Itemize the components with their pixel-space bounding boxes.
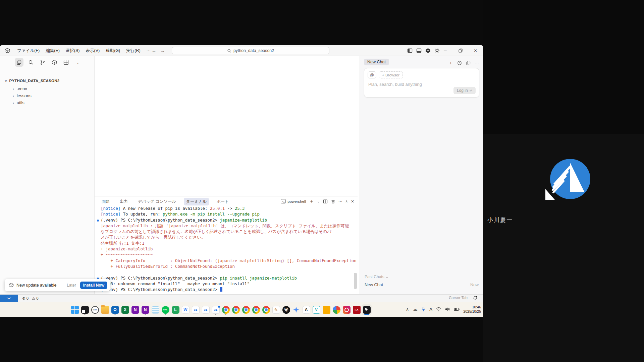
menu-view[interactable]: 表示(V): [83, 48, 103, 54]
browser-context-chip[interactable]: + Browser: [379, 71, 403, 78]
editor-area[interactable]: [95, 56, 358, 196]
taskbar-app-google-calendar-2-icon[interactable]: 31: [201, 304, 211, 315]
terminal-line: + CategoryInfo : ObjectNotFound: (japani…: [95, 258, 358, 264]
taskbar-app-chatgpt-icon[interactable]: ✳: [281, 304, 291, 315]
kill-terminal-trash-icon[interactable]: [331, 199, 335, 204]
chat-history-icon[interactable]: [457, 61, 462, 65]
wifi-icon[interactable]: [436, 307, 441, 311]
taskbar-app-chrome-2-icon[interactable]: [231, 304, 241, 315]
close-button[interactable]: ✕: [468, 45, 483, 56]
battery-icon[interactable]: [454, 307, 460, 311]
panel-more-actions-icon[interactable]: ⋯: [338, 199, 342, 204]
minimize-button[interactable]: ─: [438, 45, 453, 56]
windows-start-glyph: [71, 306, 79, 314]
taskbar-app-chrome-5-icon[interactable]: [261, 304, 271, 315]
nav-forward-icon[interactable]: →: [160, 48, 165, 53]
update-later-button[interactable]: Later: [67, 283, 76, 288]
maximize-panel-icon[interactable]: ∧: [345, 199, 348, 203]
terminal-dropdown-icon[interactable]: ⌄: [317, 199, 320, 203]
tree-item-lessons[interactable]: › lessons: [13, 93, 32, 98]
layout-grid-view-button[interactable]: [62, 58, 70, 67]
install-now-button[interactable]: Install Now: [80, 282, 107, 289]
extensions-view-button[interactable]: [50, 58, 59, 67]
chat-tab[interactable]: New Chat: [364, 59, 389, 65]
menu-file[interactable]: ファイル(F): [14, 48, 43, 54]
taskbar-app-instagram-icon[interactable]: [341, 304, 352, 315]
taskbar-app-cursor-icon[interactable]: [362, 304, 372, 315]
tab-debug-console[interactable]: デバッグ コンソール: [136, 198, 178, 205]
close-panel-icon[interactable]: ✕: [351, 199, 354, 204]
tray-hidden-icons-chevron[interactable]: ∧: [406, 307, 409, 312]
source-control-view-button[interactable]: [38, 58, 47, 67]
taskbar-app-dark-app-icon[interactable]: [80, 304, 90, 315]
explorer-view-button[interactable]: [15, 58, 23, 67]
nav-back-icon[interactable]: ←: [152, 48, 156, 53]
terminal-scrollbar-thumb[interactable]: [354, 273, 357, 289]
shell-selector[interactable]: >_ powershell: [281, 199, 306, 203]
taskbar-app-fx-app-icon[interactable]: FX: [352, 304, 362, 315]
new-chat-plus-icon[interactable]: ＋: [448, 60, 453, 66]
terminal-text: + CategoryInfo : ObjectNotFound: (japani…: [101, 258, 357, 263]
taskbar-app-google-calendar-3-icon[interactable]: 31: [211, 304, 221, 315]
taskbar-app-dell-icon[interactable]: DELL: [90, 304, 100, 315]
toggle-primary-sidebar-icon[interactable]: [407, 48, 413, 53]
search-view-button[interactable]: [26, 58, 35, 67]
new-terminal-button[interactable]: ＋: [309, 198, 314, 204]
notifications-bell-icon[interactable]: [473, 296, 478, 301]
past-chat-item[interactable]: New Chat Now: [365, 283, 479, 287]
onedrive-cloud-icon[interactable]: ☁: [413, 306, 418, 312]
taskbar-app-excel-icon[interactable]: X: [120, 304, 130, 315]
mention-context-button[interactable]: @: [368, 71, 376, 78]
menu-run[interactable]: 実行(R): [123, 48, 143, 54]
taskbar-app-gemini-icon[interactable]: [291, 304, 301, 315]
tab-ports[interactable]: ポート: [214, 198, 231, 205]
taskbar-app-yellow-doc-icon[interactable]: [321, 304, 331, 315]
command-decoration-dot[interactable]: [97, 220, 99, 222]
taskbar-app-w-app-icon[interactable]: W: [180, 304, 191, 315]
taskbar-app-font-app-icon[interactable]: A: [301, 304, 311, 315]
taskbar-app-chrome-4-icon[interactable]: [251, 304, 261, 315]
problems-status[interactable]: ⊗ 0 ⚠ 0: [22, 295, 39, 302]
past-chats-header[interactable]: Past Chats ⌄: [365, 275, 389, 279]
taskbar-app-windows-start-icon[interactable]: [70, 304, 80, 315]
tab-terminal[interactable]: ターミナル: [184, 198, 209, 205]
tab-output[interactable]: 出力: [117, 198, 130, 205]
restore-button[interactable]: [453, 45, 468, 56]
ime-mode-indicator[interactable]: A: [429, 307, 432, 312]
taskbar-clock[interactable]: 10:46 2025/10/25: [463, 305, 481, 314]
taskbar-app-onenote-2-icon[interactable]: N: [140, 304, 150, 315]
tree-item-utils[interactable]: › utils: [13, 100, 24, 105]
menu-edit[interactable]: 編集(E): [43, 48, 63, 54]
chat-tabs-icon[interactable]: [466, 61, 471, 65]
taskbar-app-onenote-1-icon[interactable]: N: [130, 304, 140, 315]
taskbar-app-green-shield-icon[interactable]: L: [170, 304, 180, 315]
cursor-cube-icon[interactable]: [425, 48, 431, 53]
cursor-tab-status[interactable]: Cursor Tab: [449, 296, 468, 300]
login-button[interactable]: Log in ↵: [453, 87, 476, 94]
taskbar-app-chrome-1-icon[interactable]: [221, 304, 231, 315]
tab-problems[interactable]: 問題: [99, 198, 112, 205]
taskbar-app-v-app-icon[interactable]: V: [311, 304, 321, 315]
taskbar-app-file-explorer-icon[interactable]: [100, 304, 110, 315]
split-terminal-icon[interactable]: [323, 199, 328, 204]
chat-more-icon[interactable]: ⋯: [475, 60, 479, 65]
microphone-icon[interactable]: [421, 307, 426, 312]
taskbar-app-chrome-3-icon[interactable]: [241, 304, 251, 315]
explorer-root-folder[interactable]: ∨ PYTHON_DATA_SEASON2: [5, 79, 59, 83]
menu-selection[interactable]: 選択(S): [63, 48, 83, 54]
tree-item-venv[interactable]: › .venv: [13, 86, 27, 91]
taskbar-app-google-photos-icon[interactable]: [331, 304, 341, 315]
chat-input-card[interactable]: @ + Browser Plan, search, build anything…: [364, 68, 479, 98]
more-views-button[interactable]: ⌄: [73, 58, 82, 67]
toggle-panel-icon[interactable]: [416, 48, 422, 53]
taskbar-app-google-calendar-1-icon[interactable]: 31: [191, 304, 201, 315]
terminal-lines[interactable]: [notice] A new release of pip is availab…: [95, 206, 358, 300]
remote-indicator[interactable]: ><: [0, 295, 18, 302]
taskbar-app-text-editor-icon[interactable]: ✎: [271, 304, 281, 315]
taskbar-app-line-icon[interactable]: LINE: [160, 304, 170, 315]
volume-icon[interactable]: [445, 307, 450, 311]
taskbar-app-outlook-icon[interactable]: O: [110, 304, 120, 315]
taskbar-app-sticky-notes-icon[interactable]: [150, 304, 160, 315]
menu-go[interactable]: 移動(G): [103, 48, 123, 54]
command-center-search[interactable]: python_data_season2: [172, 47, 329, 54]
